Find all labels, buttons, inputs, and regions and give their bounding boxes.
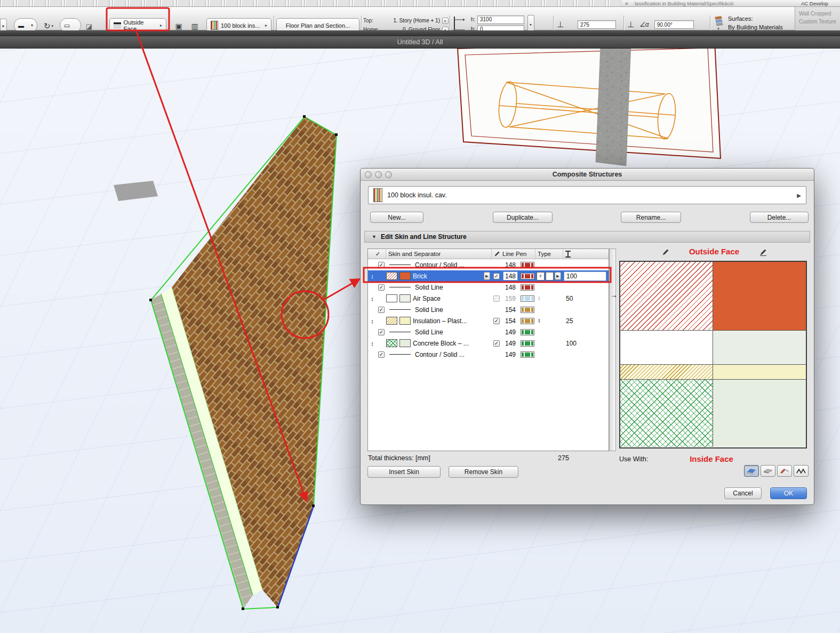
- concrete-surface-swatch[interactable]: [399, 339, 411, 347]
- cancel-button[interactable]: Cancel: [724, 487, 762, 499]
- duplicate-button[interactable]: Duplicate...: [493, 212, 553, 223]
- skin-row-air-space[interactable]: ↕ Air Space 159 ‖ 50: [368, 293, 609, 304]
- pen-number[interactable]: 148: [505, 284, 516, 291]
- air-cut-fill-swatch[interactable]: [386, 294, 397, 302]
- pen-checkbox[interactable]: [493, 295, 500, 302]
- minimize-button[interactable]: [375, 171, 382, 178]
- wall-height-field[interactable]: 3100: [477, 15, 524, 24]
- pen-number[interactable]: 149: [505, 340, 516, 347]
- insulation-cut-fill-swatch[interactable]: [386, 317, 397, 325]
- skin-table-header[interactable]: ✓ Skin and Separator Line Pen Type: [368, 249, 609, 259]
- skin-row-insulation[interactable]: ↕ Insulation – Plast... 154 ‖ 25: [368, 315, 609, 326]
- composite-preview[interactable]: [619, 261, 807, 448]
- disclosure-triangle-icon[interactable]: ▼: [372, 234, 377, 239]
- pen-checkbox[interactable]: [493, 340, 500, 347]
- new-button[interactable]: New...: [370, 212, 423, 223]
- separator-row[interactable]: Solid Line 154: [368, 304, 609, 315]
- gravity-icon[interactable]: ⊥: [557, 20, 564, 29]
- pen-color-swatch[interactable]: [521, 284, 534, 291]
- preview-insulation-cut[interactable]: [620, 365, 713, 379]
- separator-checkbox[interactable]: [378, 262, 385, 268]
- skin-material-dropdown[interactable]: ▶: [484, 272, 490, 280]
- surface-pen-icon[interactable]: [759, 249, 767, 258]
- pen-color-swatch[interactable]: [521, 273, 534, 279]
- preview-concrete-surface[interactable]: [713, 380, 806, 447]
- remove-skin-button[interactable]: Remove Skin: [449, 466, 518, 478]
- preview-concrete-cut[interactable]: [620, 380, 713, 447]
- separator-checkbox[interactable]: [378, 307, 385, 313]
- pen-color-swatch[interactable]: [521, 295, 534, 302]
- row-drag-handle[interactable]: ↕: [368, 338, 377, 349]
- skin-row-concrete-block[interactable]: ↕ Concrete Block – ... 149 100: [368, 338, 609, 349]
- pen-color-swatch[interactable]: [521, 307, 534, 313]
- pen-number[interactable]: 148: [505, 261, 516, 269]
- top-link-dropdown[interactable]: ▸: [442, 18, 449, 24]
- row-drag-handle[interactable]: ↕: [368, 270, 377, 282]
- concrete-cut-fill-swatch[interactable]: [386, 339, 397, 347]
- pen-number[interactable]: 154: [505, 306, 516, 314]
- thickness-field[interactable]: 100: [564, 271, 606, 281]
- insert-skin-button[interactable]: Insert Skin: [367, 466, 441, 478]
- pen-number-field[interactable]: 148: [503, 271, 518, 281]
- skin-row-brick[interactable]: ↕ Brick ▶ 148 ‖ ▶ 100: [368, 270, 609, 282]
- pen-color-swatch[interactable]: [521, 340, 534, 347]
- delete-button[interactable]: Delete...: [750, 212, 809, 223]
- viewport-title-bar[interactable]: Untitled 3D / All: [0, 36, 840, 49]
- pen-number[interactable]: 149: [505, 328, 516, 336]
- separator-row[interactable]: Contour / Solid ... 149: [368, 349, 609, 360]
- use-with-shell-button[interactable]: [794, 465, 809, 477]
- surface-paint-icon[interactable]: ▾: [713, 15, 724, 31]
- pen-color-swatch[interactable]: [521, 329, 534, 335]
- brick-cut-fill-swatch[interactable]: [386, 272, 397, 280]
- pen-number[interactable]: 159: [505, 295, 516, 302]
- use-with-wall-button[interactable]: [744, 465, 759, 477]
- thickness-value[interactable]: 50: [563, 295, 573, 302]
- separator-checkbox[interactable]: [378, 351, 385, 358]
- list-icon[interactable]: ≡: [625, 1, 628, 6]
- ok-button[interactable]: OK: [770, 487, 807, 499]
- thickness-value[interactable]: 100: [563, 340, 577, 347]
- dialog-title-bar[interactable]: Composite Structures: [361, 169, 814, 181]
- insulation-surface-swatch[interactable]: [399, 317, 411, 325]
- use-with-slab-button[interactable]: [761, 465, 775, 477]
- preview-insulation-surface[interactable]: [713, 365, 806, 379]
- edit-skin-section-header[interactable]: ▼ Edit Skin and Line Structure: [364, 231, 810, 243]
- type-dropdown[interactable]: ▶: [555, 272, 561, 280]
- pen-color-swatch[interactable]: [521, 262, 534, 268]
- separator-checkbox[interactable]: [378, 329, 385, 335]
- zoom-button[interactable]: [385, 171, 392, 178]
- top-link-value[interactable]: 1. Story (Home + 1): [383, 18, 440, 23]
- separator-row[interactable]: Contour / Solid ... 148: [368, 259, 609, 270]
- brick-surface-swatch[interactable]: [399, 272, 411, 280]
- close-button[interactable]: [365, 171, 372, 178]
- pen-color-swatch[interactable]: [521, 351, 534, 358]
- skin-type-icon[interactable]: [546, 272, 554, 281]
- offset-field[interactable]: 275: [578, 20, 616, 29]
- preview-brick-cut[interactable]: [620, 262, 713, 330]
- anchor-icon[interactable]: ⊥: [627, 20, 634, 29]
- pen-checkbox[interactable]: [493, 318, 500, 324]
- angle-field[interactable]: 90.00°: [654, 20, 694, 29]
- pen-number[interactable]: 154: [505, 317, 516, 325]
- concrete-column[interactable]: [596, 44, 631, 166]
- separator-row[interactable]: Solid Line 149: [368, 326, 609, 338]
- row-drag-handle[interactable]: ↕: [368, 293, 377, 304]
- separator-checkbox[interactable]: [378, 284, 385, 291]
- pen-color-swatch[interactable]: [521, 318, 534, 324]
- thickness-value[interactable]: 25: [563, 317, 573, 325]
- use-with-roof-button[interactable]: [777, 465, 792, 477]
- air-surface-swatch[interactable]: [399, 294, 411, 302]
- composite-name-selector[interactable]: 100 block insul. cav. ▶: [368, 186, 806, 204]
- pen-checkbox[interactable]: [493, 273, 500, 279]
- pen-number[interactable]: 149: [505, 351, 516, 358]
- rename-button[interactable]: Rename...: [621, 212, 681, 223]
- row-drag-handle[interactable]: ↕: [368, 315, 377, 326]
- upper-toolbar-icons[interactable]: [0, 0, 621, 7]
- table-scrollbar[interactable]: [609, 249, 616, 451]
- hatch-orientation-icon[interactable]: ‖: [537, 272, 545, 281]
- composite-popup-arrow[interactable]: ▶: [797, 193, 801, 198]
- preview-air-cut[interactable]: [620, 331, 713, 364]
- separator-row[interactable]: Solid Line 148: [368, 282, 609, 293]
- preview-air-surface[interactable]: [713, 331, 806, 364]
- preview-brick-surface[interactable]: [713, 262, 806, 330]
